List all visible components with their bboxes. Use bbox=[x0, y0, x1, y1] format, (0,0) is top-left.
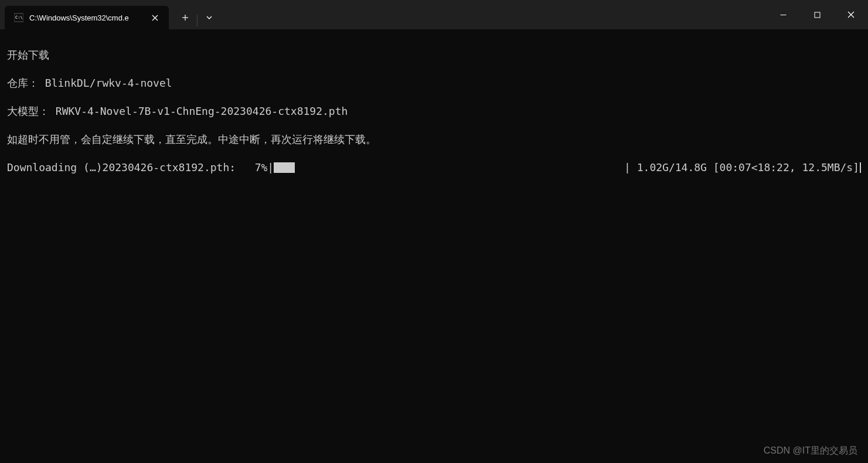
tab-actions bbox=[169, 0, 221, 29]
progress-bar-fill bbox=[274, 162, 295, 173]
progress-stats: 1.02G/14.8G [00:07<18:22, 12.5MB/s] bbox=[637, 161, 859, 175]
window-controls bbox=[766, 0, 868, 29]
output-line: 仓库： BlinkDL/rwkv-4-novel bbox=[7, 76, 861, 90]
watermark: CSDN @IT里的交易员 bbox=[764, 445, 857, 457]
output-line: 大模型： RWKV-4-Novel-7B-v1-ChnEng-20230426-… bbox=[7, 104, 861, 118]
cmd-icon: C:\ bbox=[14, 13, 23, 22]
terminal-tab[interactable]: C:\ C:\Windows\System32\cmd.e bbox=[5, 6, 169, 29]
output-line: 开始下载 bbox=[7, 48, 861, 62]
minimize-button[interactable] bbox=[766, 0, 800, 29]
svg-rect-8 bbox=[815, 12, 820, 18]
tab-dropdown-button[interactable] bbox=[198, 6, 221, 29]
maximize-button[interactable] bbox=[800, 0, 834, 29]
tab-title: C:\Windows\System32\cmd.e bbox=[29, 13, 143, 22]
progress-prefix: Downloading (…)20230426-ctx8192.pth: bbox=[7, 161, 255, 175]
progress-percent: 7% bbox=[255, 161, 268, 175]
bar-left: | bbox=[267, 161, 274, 175]
tab-close-button[interactable] bbox=[149, 12, 161, 23]
new-tab-button[interactable] bbox=[173, 6, 197, 29]
output-line: 如超时不用管，会自定继续下载，直至完成。中途中断，再次运行将继续下载。 bbox=[7, 132, 861, 147]
svg-text:C:\: C:\ bbox=[15, 15, 23, 20]
bar-right: | bbox=[624, 161, 637, 175]
terminal-output[interactable]: 开始下载 仓库： BlinkDL/rwkv-4-novel 大模型： RWKV-… bbox=[0, 29, 868, 193]
cursor bbox=[860, 162, 861, 173]
download-progress-line: Downloading (…)20230426-ctx8192.pth: 7%|… bbox=[7, 161, 861, 175]
close-window-button[interactable] bbox=[834, 0, 868, 29]
window-titlebar: C:\ C:\Windows\System32\cmd.e bbox=[0, 0, 868, 29]
